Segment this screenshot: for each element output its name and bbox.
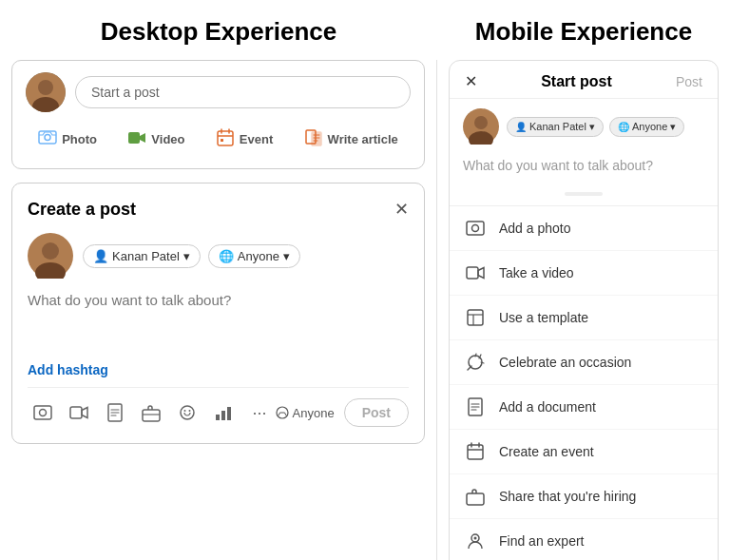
mobile-section-title: Mobile Experience bbox=[437, 0, 730, 60]
video-action-btn[interactable]: Video bbox=[120, 122, 192, 157]
mobile-menu: Add a photo Take a video bbox=[450, 205, 718, 560]
mobile-avatar bbox=[463, 108, 499, 145]
menu-celebrate-label: Celebrate an occasion bbox=[499, 355, 631, 370]
desktop-column: Start a post Photo bbox=[0, 60, 437, 560]
user-pill-btn[interactable]: 👤 Kanan Patel ▾ bbox=[83, 244, 201, 268]
card-title: Create a post bbox=[28, 200, 136, 220]
card-header: Create a post ✕ bbox=[28, 199, 409, 220]
svg-rect-29 bbox=[467, 267, 478, 279]
menu-hiring-icon bbox=[465, 486, 486, 507]
menu-use-template[interactable]: Use a template bbox=[450, 296, 718, 340]
bottom-toolbar: ··· Anyone Post bbox=[28, 387, 409, 428]
menu-event-icon bbox=[465, 441, 486, 462]
toolbar-right: Anyone Post bbox=[276, 398, 409, 427]
close-button[interactable]: ✕ bbox=[394, 199, 409, 220]
ellipsis-icon: ··· bbox=[252, 403, 266, 423]
svg-rect-17 bbox=[143, 410, 160, 421]
svg-rect-22 bbox=[221, 411, 225, 420]
toolbar-briefcase-icon[interactable] bbox=[136, 397, 166, 428]
svg-point-14 bbox=[40, 410, 47, 416]
toolbar-icons: ··· bbox=[28, 397, 275, 428]
video-label: Video bbox=[151, 132, 184, 146]
desktop-top-bar: Start a post Photo bbox=[11, 60, 425, 169]
svg-point-20 bbox=[189, 410, 191, 412]
toolbar-document-icon[interactable] bbox=[100, 397, 130, 428]
svg-rect-7 bbox=[221, 139, 223, 142]
left-header: Desktop Experience bbox=[0, 0, 437, 60]
user-controls: 👤 Kanan Patel ▾ 🌐 Anyone ▾ bbox=[83, 244, 300, 268]
menu-add-document[interactable]: Add a document bbox=[450, 385, 718, 430]
svg-rect-34 bbox=[467, 493, 484, 505]
drag-handle bbox=[565, 192, 603, 196]
menu-add-photo[interactable]: Add a photo bbox=[450, 206, 718, 251]
event-icon bbox=[216, 128, 235, 150]
create-post-card: Create a post ✕ 👤 Kanan P bbox=[11, 183, 425, 444]
menu-hiring[interactable]: Share that you're hiring bbox=[450, 474, 718, 519]
video-icon bbox=[127, 128, 146, 150]
post-button[interactable]: Post bbox=[344, 398, 409, 427]
mobile-chevron-icon-2: ▾ bbox=[670, 121, 676, 133]
desktop-section-title: Desktop Experience bbox=[0, 0, 437, 60]
svg-rect-30 bbox=[468, 310, 483, 325]
anyone-btn[interactable]: Anyone bbox=[276, 406, 335, 420]
mobile-post-btn[interactable]: Post bbox=[676, 74, 702, 89]
event-label: Event bbox=[240, 132, 273, 146]
svg-rect-13 bbox=[34, 406, 51, 419]
mobile-column: ✕ Start post Post 👤 bbox=[437, 60, 730, 560]
menu-photo-icon bbox=[465, 218, 486, 239]
svg-rect-33 bbox=[468, 445, 483, 459]
svg-point-4 bbox=[45, 135, 50, 141]
mobile-header: ✕ Start post Post bbox=[450, 61, 718, 99]
mobile-phone-wrapper: ✕ Start post Post 👤 bbox=[449, 60, 719, 560]
person-icon: 👤 bbox=[93, 249, 108, 263]
svg-rect-3 bbox=[39, 131, 56, 144]
svg-rect-6 bbox=[218, 131, 233, 145]
mobile-close-btn[interactable]: ✕ bbox=[465, 72, 477, 90]
drag-handle-area bbox=[450, 183, 718, 205]
action-buttons-row: Photo Video bbox=[26, 122, 411, 157]
menu-add-photo-label: Add a photo bbox=[499, 221, 571, 236]
mobile-globe-icon: 🌐 bbox=[618, 122, 629, 132]
menu-celebrate-icon bbox=[465, 352, 486, 373]
svg-rect-27 bbox=[467, 222, 484, 235]
user-name: Kanan Patel bbox=[112, 249, 180, 263]
svg-point-28 bbox=[472, 225, 479, 232]
toolbar-more-icon[interactable]: ··· bbox=[244, 397, 275, 428]
article-icon bbox=[304, 128, 323, 150]
menu-celebrate[interactable]: Celebrate an occasion bbox=[450, 340, 718, 385]
photo-action-btn[interactable]: Photo bbox=[30, 122, 105, 157]
audience-pill-btn[interactable]: 🌐 Anyone ▾ bbox=[208, 244, 300, 268]
toolbar-video-icon[interactable] bbox=[64, 397, 94, 428]
menu-find-expert[interactable]: Find an expert bbox=[450, 519, 718, 560]
headers-row: Desktop Experience Mobile Experience bbox=[0, 0, 730, 60]
article-action-btn[interactable]: Write article bbox=[297, 122, 406, 157]
svg-point-1 bbox=[38, 80, 53, 95]
photo-label: Photo bbox=[62, 132, 97, 146]
post-textarea[interactable] bbox=[28, 292, 409, 349]
user-row: 👤 Kanan Patel ▾ 🌐 Anyone ▾ bbox=[28, 233, 409, 279]
toolbar-chart-icon[interactable] bbox=[208, 397, 239, 428]
menu-take-video[interactable]: Take a video bbox=[450, 251, 718, 296]
mobile-person-icon: 👤 bbox=[515, 122, 527, 132]
top-bar-inner: Start a post bbox=[26, 72, 411, 112]
main-content: Start a post Photo bbox=[0, 60, 730, 560]
toolbar-celebrate-icon[interactable] bbox=[172, 397, 202, 428]
start-post-input[interactable]: Start a post bbox=[75, 76, 411, 108]
menu-create-event[interactable]: Create an event bbox=[450, 430, 718, 474]
svg-rect-21 bbox=[216, 415, 220, 420]
menu-document-icon bbox=[465, 396, 486, 417]
menu-use-template-label: Use a template bbox=[499, 310, 588, 325]
menu-template-icon bbox=[465, 307, 486, 328]
add-hashtag-btn[interactable]: Add hashtag bbox=[28, 362, 409, 377]
svg-rect-5 bbox=[128, 132, 140, 144]
toolbar-photo-icon[interactable] bbox=[28, 397, 58, 428]
avatar-top bbox=[26, 72, 66, 112]
mobile-chevron-icon: ▾ bbox=[589, 121, 595, 133]
comment-icon bbox=[276, 406, 289, 419]
mobile-user-pill[interactable]: 👤 Kanan Patel ▾ bbox=[507, 117, 604, 137]
article-label: Write article bbox=[328, 132, 398, 146]
mobile-user-name: Kanan Patel bbox=[529, 121, 586, 132]
mobile-audience-pill[interactable]: 🌐 Anyone ▾ bbox=[609, 117, 684, 137]
anyone-text: Anyone bbox=[293, 406, 335, 420]
event-action-btn[interactable]: Event bbox=[208, 122, 280, 157]
